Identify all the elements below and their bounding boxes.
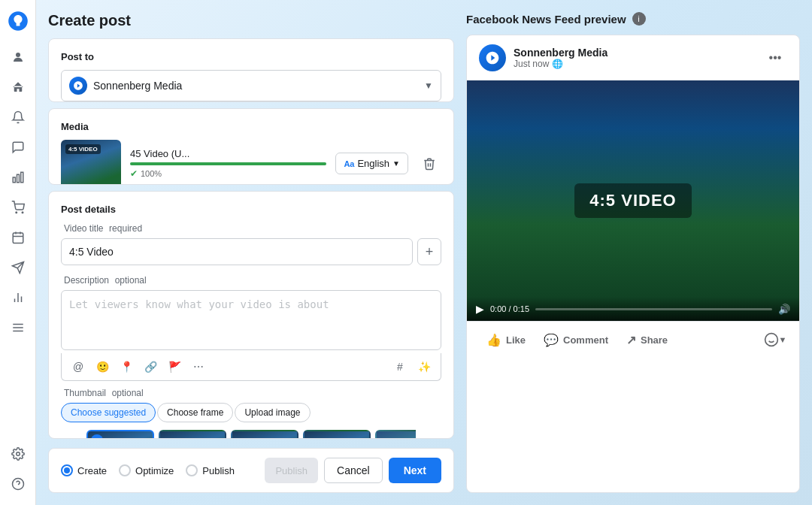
fb-comment-button[interactable]: 💬 Comment	[536, 328, 616, 352]
cancel-button[interactable]: Cancel	[324, 458, 383, 483]
tab-choose-suggested[interactable]: Choose suggested	[61, 403, 156, 422]
thumbnail-field-label: Thumbnail optional	[61, 387, 441, 398]
publish-radio-outer	[186, 464, 198, 476]
mode-optimize[interactable]: Optimize	[119, 464, 174, 476]
sidebar	[0, 0, 36, 505]
textarea-right-icons: # ✨	[391, 358, 433, 376]
video-title-add-button[interactable]: +	[417, 238, 441, 265]
tab-choose-frame[interactable]: Choose frame	[157, 403, 233, 422]
media-item: 4:5 VIDEO 45 Video (U... ✔ 100% Aa	[61, 140, 441, 186]
tab-upload-image[interactable]: Upload image	[235, 403, 310, 422]
fb-play-button[interactable]: ▶	[476, 303, 484, 315]
svg-rect-2	[17, 174, 19, 183]
svg-point-18	[765, 334, 777, 346]
mode-publish[interactable]: Publish	[186, 464, 235, 476]
left-panel: Create post Post to Sonnenberg Media ▼ M…	[48, 12, 454, 493]
menu-nav-icon[interactable]	[6, 316, 30, 340]
bell-nav-icon[interactable]	[6, 105, 30, 129]
thumbnail-image-3[interactable]: 4:5 VIDEO	[303, 430, 371, 439]
fb-page-avatar	[479, 44, 506, 71]
fb-volume-button[interactable]: 🔊	[778, 304, 790, 315]
media-progress-text: ✔ 100%	[130, 168, 326, 179]
fb-share-button[interactable]: ↗ Share	[619, 328, 675, 352]
fb-video-controls: ▶ 0:00 / 0:15 🔊	[467, 297, 799, 321]
preview-header: Facebook News Feed preview i	[466, 12, 800, 26]
next-button[interactable]: Next	[389, 458, 441, 483]
svg-rect-3	[20, 172, 23, 183]
hashtag-icon[interactable]: #	[391, 358, 409, 376]
video-title-input[interactable]	[61, 238, 413, 265]
post-details-section: Post details Video title required + Desc…	[49, 192, 453, 439]
media-thumbnail: 4:5 VIDEO	[61, 140, 121, 186]
more-icon[interactable]: ⋯	[189, 358, 208, 376]
media-label: Media	[61, 121, 441, 132]
svg-point-0	[16, 53, 20, 57]
fb-post-actions: •••	[763, 46, 787, 70]
right-panel: Facebook News Feed preview i Sonnenberg …	[466, 12, 800, 493]
page-title: Create post	[48, 12, 454, 29]
thumbnail-image-2[interactable]: 4:5 VIDEO	[231, 430, 298, 439]
thumbnail-image-4[interactable]: 4:5 VIDEO	[375, 430, 416, 439]
thumbnail-carousel: ‹ ✓ 4:5 VIDEO 4:5 VIDEO 4:5 VIDEO	[61, 430, 441, 439]
mode-options: Create Optimize Publish	[61, 464, 265, 476]
cart-nav-icon[interactable]	[6, 195, 30, 219]
svg-point-16	[16, 452, 20, 456]
svg-point-4	[16, 212, 17, 213]
meta-logo	[6, 9, 30, 33]
avatar-nav-icon[interactable]	[6, 45, 30, 69]
location-icon[interactable]: 📍	[117, 358, 135, 376]
mode-create[interactable]: Create	[61, 464, 107, 476]
publish-button[interactable]: Publish	[265, 458, 318, 483]
settings-nav-icon[interactable]	[6, 442, 30, 466]
thumbnail-image-0[interactable]: ✓ 4:5 VIDEO	[86, 430, 154, 439]
globe-icon: 🌐	[552, 59, 563, 69]
description-textarea[interactable]	[61, 290, 441, 350]
emoji-icon[interactable]: 🙂	[93, 358, 111, 376]
description-field-label: Description optional	[61, 274, 441, 286]
analytics-nav-icon[interactable]	[6, 286, 30, 310]
fb-post-time: Just now 🌐	[514, 59, 756, 69]
fb-video-background: 4:5 VIDEO	[467, 80, 799, 321]
calendar-nav-icon[interactable]	[6, 225, 30, 249]
fb-more-options-button[interactable]: •••	[763, 46, 787, 70]
link-icon[interactable]: 🔗	[141, 358, 159, 376]
home-nav-icon[interactable]	[6, 75, 30, 99]
fb-progress-bar[interactable]	[535, 308, 772, 310]
thumbnail-image-1[interactable]: 4:5 VIDEO	[159, 430, 226, 439]
flag-icon[interactable]: 🚩	[165, 358, 183, 376]
post-to-label: Post to	[61, 51, 441, 62]
media-info: 45 Video (U... ✔ 100%	[130, 148, 326, 179]
fb-like-button[interactable]: 👍 Like	[479, 328, 533, 352]
video-title-row: +	[61, 238, 441, 265]
dropdown-arrow-icon: ▼	[424, 80, 433, 91]
post-to-dropdown[interactable]: Sonnenberg Media ▼	[61, 70, 441, 101]
comment-label: Comment	[563, 334, 608, 346]
fb-page-name: Sonnenberg Media	[514, 47, 756, 59]
comment-icon: 💬	[544, 333, 559, 347]
chat-nav-icon[interactable]	[6, 135, 30, 159]
sparkle-icon[interactable]: ✨	[415, 358, 433, 376]
media-filename: 45 Video (U...	[130, 148, 326, 159]
share-icon: ↗	[626, 333, 636, 347]
stats-nav-icon[interactable]	[6, 165, 30, 189]
text-icon: Aa	[344, 159, 354, 168]
like-icon: 👍	[486, 333, 501, 347]
post-to-avatar	[69, 77, 87, 95]
fb-post-header: Sonnenberg Media Just now 🌐 •••	[467, 35, 799, 80]
fb-video-container: 4:5 VIDEO ▶ 0:00 / 0:15 🔊	[467, 80, 799, 321]
description-container: @ 🙂 📍 🔗 🚩 ⋯ # ✨	[61, 290, 441, 381]
info-icon[interactable]: i	[632, 12, 646, 26]
megaphone-nav-icon[interactable]	[6, 256, 30, 280]
help-nav-icon[interactable]	[6, 472, 30, 496]
description-toolbar: @ 🙂 📍 🔗 🚩 ⋯ # ✨	[61, 353, 441, 381]
action-buttons: Publish Cancel Next	[265, 458, 441, 483]
mention-icon[interactable]: @	[69, 358, 87, 376]
svg-rect-6	[13, 233, 23, 243]
media-delete-button[interactable]	[417, 152, 441, 176]
fb-video-time: 0:00 / 0:15	[490, 304, 529, 313]
language-selector[interactable]: Aa English ▼	[335, 153, 408, 174]
media-progress-bar	[130, 162, 326, 165]
fb-reaction-button[interactable]: ▼	[763, 328, 787, 352]
publish-mode-label: Publish	[202, 465, 235, 476]
fb-video-label: 4:5 VIDEO	[574, 183, 691, 218]
